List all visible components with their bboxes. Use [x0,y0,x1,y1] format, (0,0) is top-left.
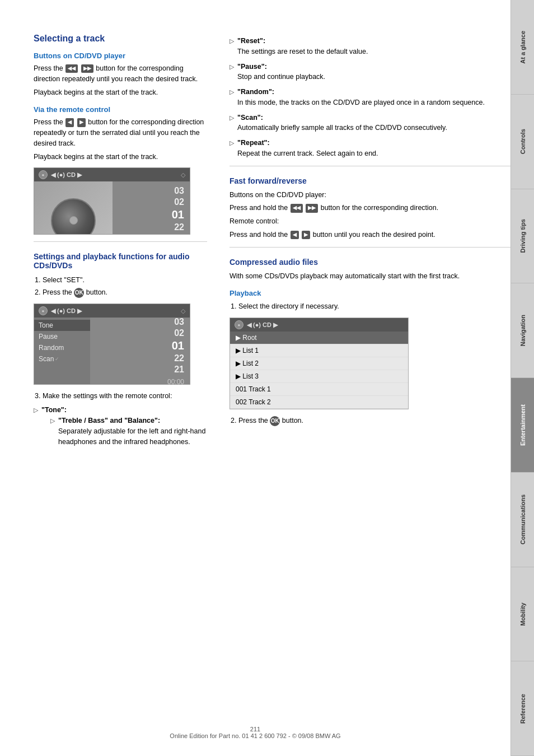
fast-text3: Remote control: [229,216,517,227]
step-1: Select "SET". [43,274,207,286]
repeat-label: "Repeat": [237,139,270,147]
scan-text: Automatically briefly sample all tracks … [237,124,447,132]
menu-header-right: ◇ [181,307,185,315]
menu-track-01: 01 [172,339,184,352]
menu-right-panel: 03 02 01 22 21 00:00 [90,318,190,385]
treble-arrow: ▷ [50,416,55,447]
tab-reference[interactable]: Reference [510,661,534,756]
page-footer: 211 Online Edition for Part no. 01 41 2 … [0,726,510,739]
treble-text: Separately adjustable for the left and r… [58,427,205,446]
page-number: 211 [250,726,260,732]
dir-list1: ▶ List 1 [230,344,408,357]
buttons-text: Press the ◀◀ ▶▶ button for the correspon… [34,63,207,85]
tab-controls[interactable]: Controls [510,95,534,189]
reset-label: "Reset": [237,37,265,45]
playback-step1: Select the directory if necessary. [238,301,517,312]
tab-mobility[interactable]: Mobility [510,567,534,662]
dir-rows: ▶ Root ▶ List 1 ▶ List 2 ▶ List 3 001 Tr… [230,332,408,409]
cd-header-text: ◀ (●) CD ▶ [51,171,82,179]
playback-steps-2: Press the OK button. [229,415,517,426]
menu-cd-icon: ● [39,306,48,315]
ok-btn-2: OK [270,416,280,426]
menu-track-21: 21 [174,365,184,375]
settings-bullets: ▷ "Reset": The settings are reset to the… [229,36,517,159]
pause-text: Stop and continue playback. [237,73,325,81]
dir-track2: 002 Track 2 [230,396,408,409]
fast-remote-left: ◀ [291,231,299,240]
menu-pause: Pause [34,331,90,342]
compressed-heading: Compressed audio files [229,258,517,267]
pause-item: ▷ "Pause": Stop and continue playback. [229,62,517,83]
cd-disc-center [69,216,78,225]
fast-text1: Buttons on the CD/DVD player: [229,190,517,200]
menu-track-22: 22 [174,353,184,363]
step-3: Make the settings with the remote contro… [43,390,207,402]
ok-btn-icon: OK [74,288,84,298]
cd-track-02: 02 [174,197,184,207]
pause-arrow: ▷ [229,62,234,83]
tab-driving-tips[interactable]: Driving tips [510,189,534,284]
dir-track1: 001 Track 1 [230,383,408,396]
main-heading: Selecting a track [34,34,207,44]
dir-list3: ▶ List 3 [230,370,408,383]
treble-item: ▷ "Treble / Bass" and "Balance": Separat… [50,416,207,447]
menu-display: ● ◀ (●) CD ▶ ◇ Tone Pause Random Scan ✓ … [34,304,190,385]
menu-track-02: 02 [174,328,184,338]
menu-tone: Tone [34,320,90,331]
repeat-text: Repeat the current track. Select again t… [237,150,378,157]
tab-controls-label: Controls [519,129,526,154]
playback-step2: Press the OK button. [238,415,517,426]
cd-track-21: 21 [174,234,184,235]
random-item: ▷ "Random": In this mode, the tracks on … [229,87,517,108]
tab-at-a-glance-label: At a glance [519,31,526,64]
cd-time-2: 00:00 [167,378,184,385]
cd-icon: ● [39,170,48,179]
repeat-arrow: ▷ [229,138,234,159]
side-tabs: At a glance Controls Driving tips Naviga… [510,0,534,756]
tab-reference-label: Reference [519,694,526,724]
left-btn-icon: ◀ [65,118,74,127]
fast-heading: Fast forward/reverse [229,176,517,185]
fast-press1: Press and hold the ◀◀ ▶▶ button for the … [229,203,517,213]
playback-steps: Select the directory if necessary. [229,301,517,312]
tab-at-a-glance[interactable]: At a glance [510,0,534,95]
scan-arrow: ▷ [229,113,234,134]
random-text: In this mode, the tracks on the CD/DVD a… [237,99,485,106]
fast-press2: Press and hold the ◀ ▶ button until you … [229,230,517,240]
remote-heading: Via the remote control [34,105,207,114]
settings-steps: Select "SET". Press the OK button. [34,274,207,298]
tab-entertainment-label: Entertainment [519,404,526,446]
fast-next-icon: ▶▶ [306,204,318,213]
tab-communications-label: Communications [519,494,526,544]
treble-label: "Treble / Bass" and "Balance": [58,417,160,424]
tone-label: "Tone": [41,406,67,414]
dir-display: ● ◀ (●) CD ▶ ▶ Root ▶ List 1 ▶ List 2 ▶ … [229,318,409,409]
tone-arrow: ▷ [34,405,38,450]
next-btn-icon: ▶▶ [81,64,93,73]
scan-item: ▷ "Scan": Automatically briefly sample a… [229,113,517,134]
cd-track-03: 03 [174,186,184,196]
menu-items-panel: Tone Pause Random Scan ✓ [34,318,90,385]
settings-steps-cont: Make the settings with the remote contro… [34,390,207,402]
tab-navigation[interactable]: Navigation [510,283,534,378]
cd-header-right: ◇ [181,171,185,179]
dir-list2: ▶ List 2 [230,357,408,370]
fast-remote-right: ▶ [302,231,310,240]
reset-arrow: ▷ [229,36,234,57]
repeat-item: ▷ "Repeat": Repeat the current track. Se… [229,138,517,159]
compressed-text: With some CDs/DVDs playback may automati… [229,271,517,282]
reset-item: ▷ "Reset": The settings are reset to the… [229,36,517,57]
tab-entertainment[interactable]: Entertainment [510,378,534,473]
cd-track-01: 01 [172,208,184,221]
fast-prev-icon: ◀◀ [291,204,303,213]
tone-section: ▷ "Tone": ▷ "Treble / Bass" and "Balance… [34,405,207,450]
menu-scan: Scan ✓ [34,353,90,365]
buttons-heading: Buttons on CD/DVD player [34,52,207,60]
tab-communications[interactable]: Communications [510,473,534,567]
prev-btn-icon: ◀◀ [65,64,78,73]
playback-heading: Playback [229,289,517,297]
cd-display-1: ● ◀ (●) CD ▶ ◇ SET 03 02 01 [34,167,190,235]
dir-header-text: ◀ (●) CD ▶ [247,321,278,329]
random-arrow: ▷ [229,87,234,108]
remote-text2: Playback begins at the start of the trac… [34,152,207,162]
